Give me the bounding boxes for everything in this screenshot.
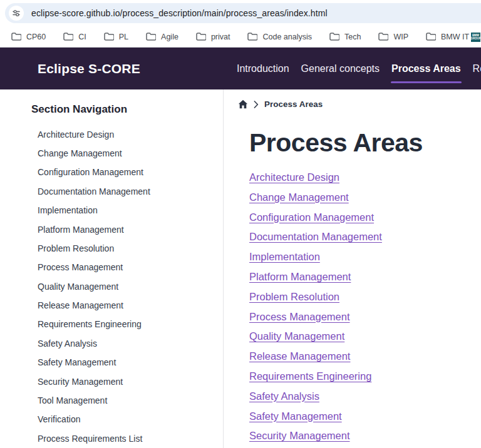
process-area-link-row: Safety Management [249, 407, 481, 427]
process-area-link-row: Documentation Management [249, 227, 481, 247]
folder-icon [11, 33, 21, 41]
process-area-link-row: Requirements Engineering [249, 367, 481, 387]
site-logo[interactable]: Eclipse S-CORE [38, 61, 140, 76]
bookmark-label: Code analysis [262, 33, 312, 41]
process-area-link[interactable]: Configuration Management [249, 211, 374, 223]
sidebar-item[interactable]: Security Management [31, 372, 223, 391]
sidebar-item[interactable]: Process Management [31, 258, 223, 277]
process-area-link-row: Release Management [249, 347, 481, 367]
section-navigation-sidebar: Section Navigation Architecture Design C… [0, 89, 224, 448]
bookmark-label: CI [78, 33, 86, 41]
nav-item[interactable]: Process Areas [391, 61, 462, 77]
sidebar-item[interactable]: Quality Management [31, 277, 223, 296]
nav-item[interactable]: Introduction [236, 61, 290, 77]
page-title: Process Areas [249, 128, 481, 157]
content-area: Section Navigation Architecture Design C… [0, 89, 481, 448]
process-area-link[interactable]: Implementation [249, 251, 320, 262]
bookmark-folder[interactable]: PL [95, 29, 137, 45]
folder-icon [247, 33, 257, 41]
bookmark-label: PL [119, 33, 128, 41]
bookmark-folder[interactable]: WIP [370, 29, 417, 45]
folder-icon [329, 33, 339, 41]
process-area-link-row: Change Management [249, 188, 481, 208]
folder-icon [104, 33, 114, 41]
nav-item[interactable]: Roles [472, 61, 481, 77]
process-area-link[interactable]: Safety Analysis [249, 390, 319, 402]
process-area-link-row: Process Management [249, 307, 481, 327]
sidebar-item[interactable]: Implementation [31, 201, 223, 220]
sidebar-title: Section Navigation [31, 102, 223, 117]
sidebar-item[interactable]: Requirements Engineering [31, 315, 223, 334]
process-area-link-row: Security Management [249, 426, 481, 446]
sidebar-item[interactable]: Platform Management [31, 220, 223, 239]
process-area-link[interactable]: Safety Management [249, 410, 342, 422]
home-icon [238, 99, 248, 109]
process-area-link-row: Quality Management [249, 327, 481, 347]
sidebar-item[interactable]: Tool Management [31, 391, 223, 410]
breadcrumb-current: Process Areas [264, 99, 323, 109]
process-area-link[interactable]: Requirements Engineering [249, 370, 371, 382]
bookmark-folder[interactable]: Tech [321, 29, 370, 45]
folder-icon [426, 33, 436, 41]
address-bar[interactable]: eclipse-score.github.io/process_descript… [5, 3, 481, 23]
process-area-link[interactable]: Release Management [249, 350, 350, 362]
site-header: Eclipse S-CORE Introduction General conc… [0, 48, 481, 89]
process-area-link[interactable]: Quality Management [249, 330, 344, 342]
process-area-link[interactable]: Security Management [249, 430, 350, 441]
sidebar-item[interactable]: Architecture Design [31, 125, 223, 144]
sidebar-item[interactable]: Safety Analysis [31, 334, 223, 353]
sidebar-item[interactable]: Process Requirements List [31, 429, 223, 448]
nav-item[interactable]: General concepts [301, 61, 380, 77]
folder-icon [378, 33, 388, 41]
process-area-link-row: Implementation [249, 247, 481, 267]
sidebar-item[interactable]: Verification [31, 410, 223, 429]
bookmark-folder[interactable]: CI [54, 29, 95, 45]
process-area-link[interactable]: Documentation Management [249, 231, 382, 242]
site-settings-button[interactable] [9, 6, 24, 21]
sidebar-item[interactable]: Release Management [31, 296, 223, 315]
sidebar-item[interactable]: Change Management [31, 144, 223, 163]
breadcrumb: Process Areas [238, 99, 481, 109]
bookmark-label: Agile [161, 33, 178, 41]
sidebar-item[interactable]: Safety Management [31, 354, 223, 372]
bookmark-folder[interactable]: CP60 [3, 29, 54, 45]
process-area-link[interactable]: Process Management [249, 311, 350, 322]
bookmark-bmw-group[interactable]: BMWGROUP E [462, 29, 481, 45]
process-area-link-row: Platform Management [249, 267, 481, 287]
bookmark-folder[interactable]: privat [187, 29, 239, 45]
bookmark-folder[interactable]: Code analysis [239, 29, 321, 45]
process-area-link-row: Safety Analysis [249, 387, 481, 407]
process-area-link-row: Problem Resolution [249, 287, 481, 307]
bookmarks-bar: CP60 CI PL Agi [0, 26, 481, 48]
sidebar-item[interactable]: Documentation Management [31, 182, 223, 201]
main-nav: Introduction General concepts Process Ar… [236, 48, 481, 89]
folder-icon [63, 33, 73, 41]
breadcrumb-home-link[interactable] [238, 99, 248, 109]
bookmark-folder[interactable]: Agile [137, 29, 187, 45]
bookmark-label: WIP [393, 33, 408, 41]
bookmark-label: privat [211, 33, 230, 41]
process-area-link[interactable]: Architecture Design [249, 171, 339, 183]
folder-icon [196, 33, 206, 41]
sidebar-item[interactable]: Problem Resolution [31, 239, 223, 258]
browser-toolbar: eclipse-score.github.io/process_descript… [0, 0, 481, 26]
process-area-link[interactable]: Change Management [249, 191, 349, 203]
main-content: Process Areas Process Areas Architecture… [224, 89, 481, 448]
process-area-link[interactable]: Problem Resolution [249, 291, 339, 302]
process-area-link-row: Architecture Design [249, 168, 481, 188]
sidebar-list: Architecture Design Change Management Co… [31, 125, 223, 448]
bmw-group-favicon: BMWGROUP [471, 33, 480, 42]
sidebar-item[interactable]: Configuration Management [31, 163, 223, 182]
tune-icon [12, 9, 21, 18]
process-area-link[interactable]: Platform Management [249, 271, 351, 282]
bookmark-label: Tech [344, 33, 361, 41]
chevron-right-icon [254, 101, 259, 108]
process-area-links: Architecture Design Change Management Co… [249, 168, 481, 446]
url-text[interactable]: eclipse-score.github.io/process_descript… [31, 8, 328, 18]
process-area-link-row: Configuration Management [249, 208, 481, 228]
folder-icon [146, 33, 156, 41]
bookmark-label: CP60 [26, 33, 46, 41]
